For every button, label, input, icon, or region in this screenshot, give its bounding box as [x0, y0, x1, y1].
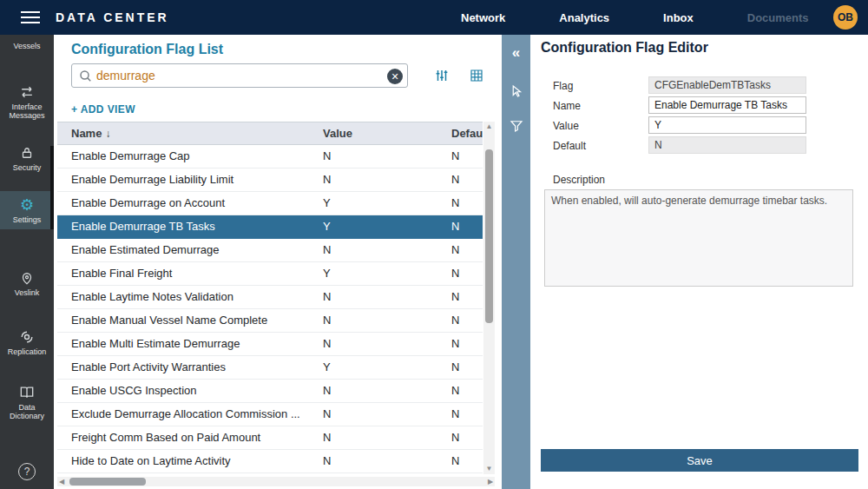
name-field[interactable]	[648, 96, 806, 114]
vertical-scrollbar-thumb[interactable]	[485, 149, 493, 323]
table-row[interactable]: Hide to Date on Laytime ActivityNN	[57, 450, 483, 473]
nav-item-network[interactable]: Network	[434, 11, 532, 24]
cell-name: Enable USCG Inspection	[71, 380, 323, 402]
cell-default: N	[451, 262, 483, 285]
nav-item-documents[interactable]: Documents	[720, 11, 836, 24]
cell-value: Y	[323, 215, 451, 238]
scroll-left-icon[interactable]: ◀	[57, 477, 66, 486]
scroll-down-icon[interactable]: ▼	[483, 464, 495, 474]
collapse-panel-button[interactable]: «	[502, 40, 530, 68]
cell-default: N	[451, 145, 483, 168]
cell-name: Enable Final Freight	[71, 262, 323, 285]
sidebar-item-data-dictionary[interactable]: Data Dictionary	[0, 379, 54, 426]
sidebar-item-security[interactable]: Security	[0, 139, 54, 177]
search-icon	[78, 69, 94, 88]
table-row[interactable]: Enable Laytime Notes ValidationNN	[57, 286, 483, 309]
default-field[interactable]	[648, 136, 806, 154]
cell-name: Enable Estimated Demurrage	[71, 239, 323, 261]
cell-value: N	[323, 426, 451, 449]
help-button[interactable]: ?	[0, 463, 54, 480]
cell-name: Hide to Date on Laytime Activity	[71, 450, 323, 472]
cell-default: N	[451, 215, 483, 238]
cell-name: Enable Demurrage Cap	[71, 145, 323, 168]
table-header[interactable]: Name↓ Value Default	[57, 122, 483, 145]
sidebar-item-label: Interface Messages	[0, 102, 54, 120]
cell-default: N	[451, 450, 483, 472]
search-input[interactable]	[96, 65, 381, 86]
description-field[interactable]: When enabled, will auto-generate demurra…	[544, 189, 853, 287]
scroll-right-icon[interactable]: ▶	[486, 477, 495, 486]
sidebar-item-interface-messages[interactable]: Interface Messages	[0, 78, 54, 125]
nav-item-inbox[interactable]: Inbox	[636, 11, 720, 24]
table-row[interactable]: Freight Comm Based on Paid AmountNN	[57, 426, 483, 450]
table-row[interactable]: Enable USCG InspectionNN	[57, 380, 483, 403]
cell-name: Enable Demurrage Liability Limit	[71, 169, 323, 191]
table-row[interactable]: Exclude Demurrage Allocation Commission …	[57, 403, 483, 426]
field-row-value: Value	[553, 116, 839, 135]
cell-name: Enable Multi Estimate Demurrage	[71, 333, 323, 355]
clear-search-icon[interactable]: ✕	[387, 69, 403, 84]
sidebar-item-replication[interactable]: Replication	[0, 323, 54, 361]
sidebar-item-settings[interactable]: ⚙Settings	[0, 191, 54, 229]
column-header-value[interactable]: Value	[323, 122, 451, 145]
vertical-scrollbar[interactable]: ▲ ▼	[483, 122, 495, 474]
select-tool-button[interactable]	[502, 78, 530, 106]
pointer-icon	[509, 83, 524, 99]
cell-value: Y	[323, 192, 451, 215]
cell-value: Y	[323, 262, 451, 285]
cell-default: N	[451, 380, 483, 402]
cell-name: Enable Demurrage TB Tasks	[71, 215, 323, 238]
cell-default: N	[451, 192, 483, 215]
table-row[interactable]: Enable Demurrage TB TasksYN	[57, 215, 483, 239]
nav-item-analytics[interactable]: Analytics	[532, 11, 636, 24]
table-icon	[469, 68, 484, 83]
table-row[interactable]: Enable Estimated DemurrageNN	[57, 239, 483, 262]
scroll-up-icon[interactable]: ▲	[483, 122, 495, 132]
sidebar-item-label: Settings	[0, 215, 54, 224]
sidebar-item-veslink[interactable]: Veslink	[0, 264, 54, 302]
cell-value: N	[323, 286, 451, 308]
column-header-default[interactable]: Default	[451, 122, 483, 145]
table-row[interactable]: Enable Multi Estimate DemurrageNN	[57, 333, 483, 356]
sidebar-item-label: Replication	[0, 347, 54, 356]
help-icon: ?	[18, 463, 36, 480]
table-row[interactable]: Enable Demurrage Liability LimitNN	[57, 169, 483, 192]
horizontal-scrollbar-thumb[interactable]	[69, 478, 146, 486]
cell-default: N	[451, 239, 483, 261]
add-view-button[interactable]: + ADD VIEW	[71, 103, 135, 116]
menu-icon[interactable]	[21, 11, 40, 23]
book-icon	[0, 384, 54, 401]
cell-name: Enable Manual Vessel Name Complete	[71, 309, 323, 332]
cell-value: N	[323, 450, 451, 472]
cell-default: N	[451, 426, 483, 449]
cell-name: Enable Laytime Notes Validation	[71, 286, 323, 308]
table-row[interactable]: Enable Final FreightYN	[57, 262, 483, 286]
field-label-name: Name	[553, 96, 647, 116]
table-row[interactable]: Enable Demurrage on AccountYN	[57, 192, 483, 215]
filter-tool-button[interactable]	[502, 113, 530, 141]
cell-name: Exclude Demurrage Allocation Commission …	[71, 403, 323, 426]
cell-value: N	[323, 145, 451, 168]
field-row-flag: Flag	[553, 76, 839, 96]
value-field[interactable]	[648, 116, 806, 134]
field-row-default: Default	[553, 136, 839, 155]
funnel-icon	[509, 118, 524, 134]
configuration-flag-editor-panel: Configuration Flag Editor FlagNameValueD…	[530, 35, 868, 489]
avatar[interactable]: OB	[833, 5, 858, 30]
table-row[interactable]: Enable Manual Vessel Name CompleteNN	[57, 309, 483, 333]
cell-default: N	[451, 403, 483, 426]
sidebar-item-vessels[interactable]: Vessels	[0, 36, 54, 56]
horizontal-scrollbar[interactable]: ◀ ▶	[57, 477, 495, 486]
table-row[interactable]: Enable Port Activity WarrantiesYN	[57, 356, 483, 380]
sidebar-item-label: Data Dictionary	[0, 403, 54, 420]
cell-name: Enable Demurrage on Account	[71, 192, 323, 215]
table-row[interactable]: Enable Demurrage CapNN	[57, 145, 483, 169]
cell-value: Y	[323, 356, 451, 379]
grid-view-button[interactable]	[469, 68, 484, 87]
column-header-name[interactable]: Name↓	[71, 122, 323, 145]
save-button[interactable]: Save	[541, 449, 858, 472]
top-nav: NetworkAnalyticsInboxDocuments	[434, 0, 836, 35]
filter-settings-button[interactable]	[434, 68, 450, 87]
sidebar-item-label: Vessels	[0, 42, 54, 50]
flag-field[interactable]	[648, 76, 806, 94]
